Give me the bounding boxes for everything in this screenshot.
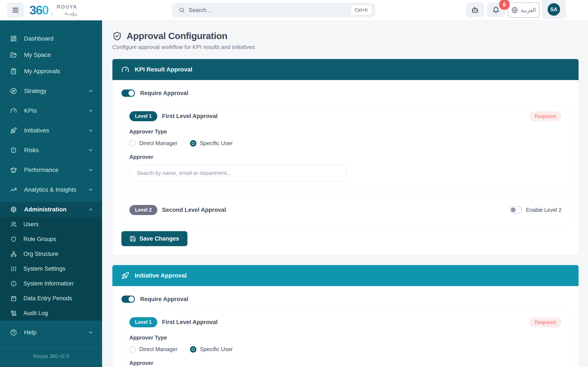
sidebar-item-label: Data Entry Periods — [23, 295, 72, 302]
sidebar-item-label: Performance — [24, 167, 59, 173]
initiative-radio-direct-manager[interactable]: Direct Manager — [129, 346, 178, 353]
rocket-icon — [121, 272, 129, 279]
shield-icon — [11, 236, 17, 242]
initiative-approver-type-radios: Direct Manager Specific User — [129, 346, 562, 353]
kpi-radio-direct-manager[interactable]: Direct Manager — [129, 140, 178, 147]
kpi-enable-level2-toggle[interactable] — [510, 207, 522, 213]
gauge-icon — [10, 108, 17, 114]
kpi-approval-body: Require Approval Level 1 First Level App… — [112, 80, 579, 256]
initiative-require-approval-row: Require Approval — [121, 296, 570, 303]
kpi-require-approval-toggle[interactable] — [121, 90, 135, 97]
language-label: العربية — [520, 7, 536, 14]
sidebar-item-administration[interactable]: Administration — [0, 202, 102, 217]
sliders-icon — [11, 266, 17, 272]
help-circle-icon — [10, 329, 17, 336]
kpi-approver-search-input[interactable] — [129, 165, 346, 181]
app-logo[interactable]: 360 ↓ ROUYA رؤيــة — [29, 3, 77, 18]
sidebar-item-kpis[interactable]: KPIs — [0, 101, 102, 121]
radio-checked-icon[interactable] — [190, 346, 196, 353]
kpi-require-approval-row: Require Approval — [121, 90, 570, 97]
gauge-icon — [121, 66, 129, 73]
sidebar-item-label: System Settings — [23, 266, 65, 272]
initiative-level1-header: Level 1 First Level Approval Required — [129, 317, 562, 327]
page-subtitle: Configure approval workflow for KPI resu… — [112, 44, 579, 50]
save-icon — [130, 235, 136, 242]
page-header: Approval Configuration — [112, 31, 579, 41]
kpi-approval-title: KPI Result Approval — [135, 66, 192, 73]
bell-icon — [492, 7, 500, 14]
topbar: 360 ↓ ROUYA رؤيــة Search... Ctrl+K 6 ال… — [0, 0, 588, 20]
logo-arrow-icon: ↓ — [50, 8, 53, 18]
search-shortcut-badge: Ctrl+K — [351, 5, 372, 15]
kpi-level1-box: Level 1 First Level Approval Required Ap… — [121, 105, 570, 189]
initiative-approval-header: Initiative Approval — [112, 265, 579, 286]
sidebar-item-label: Initiatives — [24, 127, 49, 134]
administration-submenu: UsersRole GroupsOrg StructureSystem Sett… — [0, 217, 102, 321]
radio-unchecked-icon[interactable] — [129, 346, 136, 353]
sidebar-item-label: Org Structure — [23, 251, 58, 257]
globe-icon — [511, 7, 518, 13]
user-menu-button[interactable]: SA — [542, 0, 566, 19]
kpi-level2-title: Second Level Approval — [162, 207, 226, 213]
shield-alert-icon — [10, 147, 17, 153]
kpi-require-approval-label: Require Approval — [140, 90, 188, 97]
initiative-radio-specific-user[interactable]: Specific User — [190, 346, 233, 353]
sidebar-item-performance[interactable]: Performance — [0, 160, 102, 180]
sidebar-item-data-entry-periods[interactable]: Data Entry Periods — [0, 291, 102, 306]
radio-unchecked-icon[interactable] — [129, 140, 136, 147]
initiative-approval-body: Require Approval Level 1 First Level App… — [112, 286, 579, 367]
logo-wordmark: ROUYA رؤيــة — [57, 4, 77, 16]
sidebar-item-role-groups[interactable]: Role Groups — [0, 232, 102, 247]
initiative-approver-label: Approver — [129, 360, 562, 366]
sidebar-item-org-structure[interactable]: Org Structure — [0, 247, 102, 261]
radio-checked-icon[interactable] — [190, 140, 196, 147]
sidebar-item-help[interactable]: Help — [0, 323, 102, 342]
kpi-save-changes-button[interactable]: Save Changes — [121, 231, 187, 246]
sidebar-item-audit-log[interactable]: Audit Log — [0, 306, 102, 321]
chevron-down-icon — [88, 128, 94, 133]
sidebar-item-system-settings[interactable]: System Settings — [0, 261, 102, 276]
chevron-up-icon — [88, 207, 94, 212]
sidebar-item-initiatives[interactable]: Initiatives — [0, 121, 102, 140]
sidebar-item-users[interactable]: Users — [0, 217, 102, 232]
sidebar-item-label: Dashboard — [24, 35, 53, 42]
language-switch-button[interactable]: العربية — [508, 3, 540, 18]
sidebar-item-system-information[interactable]: System Information — [0, 276, 102, 291]
page-title: Approval Configuration — [127, 31, 227, 41]
bot-icon — [472, 7, 479, 14]
chatbot-button[interactable] — [466, 3, 484, 17]
sidebar-item-analytics-insights[interactable]: Analytics & Insights — [0, 180, 102, 200]
global-search-input[interactable]: Search... Ctrl+K — [172, 3, 375, 17]
kpi-radio-specific-user[interactable]: Specific User — [190, 140, 233, 147]
sidebar-item-label: Role Groups — [23, 236, 56, 242]
scroll-icon — [11, 310, 17, 316]
sidebar-item-label: Help — [24, 329, 36, 336]
kpi-approver-type-label: Approver Type — [129, 129, 562, 135]
avatar: SA — [548, 3, 560, 16]
compass-icon — [10, 88, 17, 94]
initiative-level1-required-badge: Required — [529, 317, 562, 327]
shield-check-icon — [112, 31, 122, 41]
sidebar-item-label: Users — [23, 221, 39, 228]
initiative-require-approval-toggle[interactable] — [121, 296, 135, 303]
kpi-enable-level2-label: Enable Level 2 — [526, 207, 562, 213]
chevron-down-icon — [88, 88, 94, 94]
chevron-down-icon — [88, 147, 94, 153]
chevron-down-icon — [88, 330, 94, 335]
kpi-approval-card: KPI Result Approval Require Approval Lev… — [112, 59, 579, 256]
sidebar-item-dashboard[interactable]: Dashboard — [0, 31, 102, 47]
hamburger-menu-button[interactable] — [7, 3, 24, 18]
kpi-level1-required-badge: Required — [529, 111, 562, 121]
main-content: Approval Configuration Configure approva… — [102, 20, 588, 367]
chevron-down-icon — [88, 108, 94, 114]
sidebar-item-risks[interactable]: Risks — [0, 140, 102, 160]
kpi-level1-header: Level 1 First Level Approval Required — [129, 111, 562, 121]
sidebar-nav: DashboardMy SpaceMy ApprovalsStrategyKPI… — [0, 20, 102, 342]
clipboard-list-icon — [10, 68, 17, 75]
sidebar-item-my-space[interactable]: My Space — [0, 47, 102, 63]
kpi-level1-badge: Level 1 — [129, 111, 157, 121]
kpi-enable-level2-wrap: Enable Level 2 — [510, 207, 562, 213]
kpi-approver-label: Approver — [129, 154, 562, 160]
sidebar-item-strategy[interactable]: Strategy — [0, 81, 102, 101]
sidebar-item-my-approvals[interactable]: My Approvals — [0, 63, 102, 79]
